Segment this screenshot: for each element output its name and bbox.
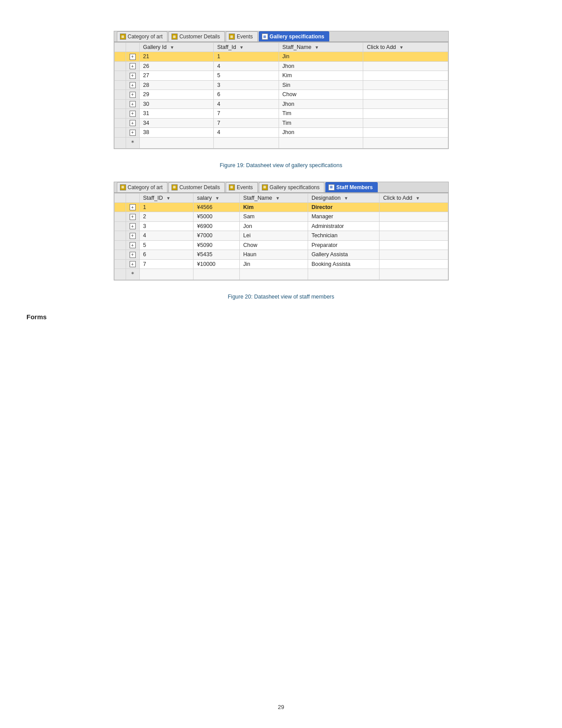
table-row[interactable]: + 26 4 Jhon	[114, 61, 448, 71]
expand-btn-7[interactable]: +	[126, 109, 139, 119]
col-click-to-add-header-20[interactable]: Click to Add ▼	[380, 193, 448, 202]
expand-btn-20-5[interactable]: +	[126, 240, 139, 250]
col-gallery-id-header[interactable]: Gallery Id ▼	[139, 43, 213, 52]
expand-btn-20-2[interactable]: +	[126, 212, 139, 222]
expand-btn-1[interactable]: +	[126, 52, 139, 62]
tab-gallery-specs-20[interactable]: ⊞ Gallery specifications	[259, 182, 324, 192]
cell-cta-20-2	[380, 212, 448, 222]
col-salary-header-20[interactable]: salary ▼	[194, 193, 240, 202]
col-click-to-add-sort-20[interactable]: ▼	[416, 196, 420, 201]
cell-name-20-1: Kim	[239, 202, 308, 212]
row-selector-6[interactable]	[114, 99, 126, 109]
table-row[interactable]: + 38 4 Jhon	[114, 128, 448, 138]
row-selector-1[interactable]	[114, 52, 126, 62]
tab-icon-19-1: ⊞	[120, 34, 126, 40]
cell-staff-name-9: Jhon	[279, 128, 363, 138]
col-salary-sort-20[interactable]: ▼	[215, 196, 220, 201]
col-click-to-add-header[interactable]: Click to Add ▼	[363, 43, 448, 52]
row-selector-7[interactable]	[114, 109, 126, 119]
cell-staff-id-2: 4	[213, 61, 279, 71]
cell-gallery-id-1: 21	[139, 52, 213, 62]
table-row[interactable]: + 4 ¥7000 Lei Technician	[114, 231, 448, 241]
col-designation-header-20[interactable]: Designation ▼	[308, 193, 380, 202]
table-row[interactable]: + 2 ¥5000 Sam Manager	[114, 212, 448, 222]
row-selector-2[interactable]	[114, 61, 126, 71]
cell-designation-20-4: Technician	[308, 231, 380, 241]
expand-btn-9[interactable]: +	[126, 128, 139, 138]
tab-gallery-specs-19[interactable]: ⊞ Gallery specifications	[259, 31, 329, 41]
expand-btn-6[interactable]: +	[126, 99, 139, 109]
table-row[interactable]: + 7 ¥10000 Jin Booking Assista	[114, 259, 448, 269]
cell-gallery-id-4: 28	[139, 80, 213, 90]
row-selector-20-3[interactable]	[114, 221, 126, 231]
new-row-selector[interactable]	[114, 137, 126, 148]
col-designation-sort-20[interactable]: ▼	[344, 196, 348, 201]
expand-btn-20-4[interactable]: +	[126, 231, 139, 241]
col-staff-name-sort[interactable]: ▼	[315, 45, 319, 50]
col-staff-id-sort-20[interactable]: ▼	[166, 196, 171, 201]
expand-btn-20-7[interactable]: +	[126, 259, 139, 269]
tab-events-19[interactable]: ⊞ Events	[226, 31, 258, 41]
col-staff-name-header[interactable]: Staff_Name ▼	[279, 43, 363, 52]
table-row[interactable]: + 28 3 Sin	[114, 80, 448, 90]
tab-events-20[interactable]: ⊞ Events	[226, 182, 258, 192]
expand-btn-8[interactable]: +	[126, 118, 139, 128]
expand-btn-3[interactable]: +	[126, 71, 139, 81]
expand-btn-20-1[interactable]: +	[126, 202, 139, 212]
cell-staff-name-1: Jin	[279, 52, 363, 62]
new-row-20-cell-2	[194, 269, 240, 280]
expand-btn-20-3[interactable]: +	[126, 221, 139, 231]
col-selector-header-20	[114, 193, 126, 202]
tab-customer-details-19[interactable]: ⊞ Customer Details	[168, 31, 225, 41]
expand-btn-20-6[interactable]: +	[126, 250, 139, 260]
col-staff-id-sort[interactable]: ▼	[239, 45, 244, 50]
table-row[interactable]: + 30 4 Jhon	[114, 99, 448, 109]
table-row[interactable]: + 3 ¥6900 Jon Administrator	[114, 221, 448, 231]
col-staff-name-sort-20[interactable]: ▼	[275, 196, 280, 201]
row-selector-20-4[interactable]	[114, 231, 126, 241]
cell-staff-id-3: 5	[213, 71, 279, 81]
col-staff-id-header[interactable]: Staff_Id ▼	[213, 43, 279, 52]
row-selector-20-7[interactable]	[114, 259, 126, 269]
table-row[interactable]: + 34 7 Tim	[114, 118, 448, 128]
row-selector-9[interactable]	[114, 128, 126, 138]
row-selector-8[interactable]	[114, 118, 126, 128]
tab-bar-20: ⊞ Category of art ⊞ Customer Details ⊞ E…	[114, 182, 448, 193]
col-click-to-add-sort[interactable]: ▼	[399, 45, 404, 50]
row-selector-20-6[interactable]	[114, 250, 126, 260]
cell-salary-20-3: ¥6900	[194, 221, 240, 231]
new-row-20-cell-3	[239, 269, 308, 280]
cell-designation-20-7: Booking Assista	[308, 259, 380, 269]
table-row[interactable]: + 29 6 Chow	[114, 90, 448, 100]
expand-btn-4[interactable]: +	[126, 80, 139, 90]
cell-salary-20-4: ¥7000	[194, 231, 240, 241]
table-row[interactable]: + 31 7 Tim	[114, 109, 448, 119]
col-gallery-id-sort[interactable]: ▼	[170, 45, 174, 50]
col-staff-name-header-20[interactable]: Staff_Name ▼	[239, 193, 308, 202]
table-row[interactable]: + 5 ¥5090 Chow Preparator	[114, 240, 448, 250]
expand-btn-2[interactable]: +	[126, 61, 139, 71]
tab-staff-members-20[interactable]: ⊞ Staff Members	[325, 182, 378, 192]
row-selector-4[interactable]	[114, 80, 126, 90]
tab-label-20-1: Category of art	[128, 184, 163, 190]
tab-customer-details-20[interactable]: ⊞ Customer Details	[168, 182, 225, 192]
cell-cta-4	[363, 80, 448, 90]
col-selector-header	[114, 43, 126, 52]
table-row[interactable]: + 21 1 Jin	[114, 52, 448, 62]
tab-category-art-20[interactable]: ⊞ Category of art	[117, 182, 167, 192]
expand-btn-5[interactable]: +	[126, 90, 139, 100]
col-staff-id-header-20[interactable]: Staff_ID ▼	[139, 193, 194, 202]
table-row[interactable]: + 27 5 Kim	[114, 71, 448, 81]
new-row-20[interactable]: ＊	[114, 269, 448, 280]
new-row[interactable]: ＊	[114, 137, 448, 148]
row-selector-20-1[interactable]	[114, 202, 126, 212]
row-selector-20-5[interactable]	[114, 240, 126, 250]
tab-category-art-19[interactable]: ⊞ Category of art	[117, 31, 167, 41]
row-selector-5[interactable]	[114, 90, 126, 100]
page-number: 29	[0, 704, 562, 710]
row-selector-20-2[interactable]	[114, 212, 126, 222]
table-row[interactable]: + 6 ¥5435 Haun Gallery Assista	[114, 250, 448, 260]
row-selector-3[interactable]	[114, 71, 126, 81]
new-row-selector-20[interactable]	[114, 269, 126, 280]
table-row[interactable]: + 1 ¥4566 Kim Director	[114, 202, 448, 212]
